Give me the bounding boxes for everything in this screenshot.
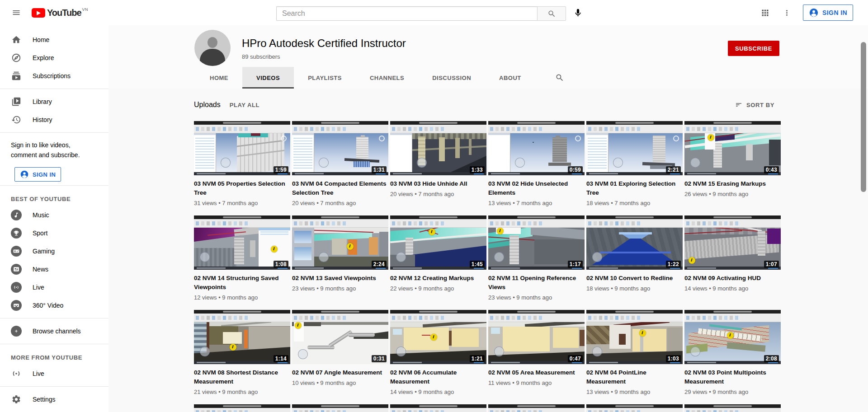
video-card[interactable]: 2:0802 NVM 03 Point Multipoints Measurem…	[684, 310, 781, 404]
video-thumbnail[interactable]: 1:21	[390, 310, 486, 364]
video-thumbnail[interactable]: 1:17	[488, 215, 585, 270]
video-title[interactable]: 02 NVM 10 Convert to Redline	[586, 274, 683, 283]
video-card[interactable]: 0:4302 NVM 15 Erasing Markups26 views • …	[684, 121, 781, 215]
video-thumbnail[interactable]: 1:14	[194, 310, 290, 364]
sidebar-signin-button[interactable]: SIGN IN	[14, 167, 61, 182]
video-card[interactable]: 0:5903 NVM 02 Hide Unselected Elements13…	[488, 121, 585, 215]
video-thumbnail[interactable]: 1:07	[684, 215, 781, 270]
video-card[interactable]: 2:2402 NVM 13 Saved Viewpoints23 views •…	[292, 215, 388, 310]
video-thumbnail[interactable]: 1:08	[194, 215, 290, 270]
video-card-partial[interactable]	[684, 404, 781, 412]
video-title[interactable]: 02 NVM 09 Activating HUD	[684, 274, 781, 283]
video-title[interactable]: 03 NVM 05 Properties Selection Tree	[194, 179, 290, 197]
video-title[interactable]: 02 NVM 05 Area Measurement	[488, 368, 585, 377]
video-title[interactable]: 03 NVM 01 Exploring Selection Tree	[586, 179, 683, 197]
sort-by-button[interactable]: SORT BY	[735, 101, 774, 109]
video-card[interactable]: 2:2103 NVM 01 Exploring Selection Tree18…	[586, 121, 683, 215]
video-card-partial[interactable]	[586, 404, 683, 412]
video-thumbnail[interactable]: 0:47	[488, 310, 585, 364]
video-thumbnail[interactable]: 2:21	[586, 121, 683, 175]
video-title[interactable]: 02 NVM 14 Structuring Saved Viewpoints	[194, 274, 290, 292]
video-title[interactable]: 03 NVM 03 Hide Unhide All	[390, 179, 486, 188]
video-card[interactable]: 0:3102 NVM 07 Angle Measurement10 views …	[292, 310, 388, 404]
sidebar-item-sport[interactable]: Sport	[0, 224, 108, 242]
video-title[interactable]: 02 NVM 08 Shortest Distance Measurement	[194, 368, 290, 386]
video-card-partial[interactable]	[488, 404, 585, 412]
video-thumbnail[interactable]: 1:59	[194, 121, 290, 175]
search-input[interactable]	[276, 6, 537, 21]
video-card-partial[interactable]	[194, 404, 290, 412]
video-thumbnail[interactable]: 1:45	[390, 215, 486, 270]
sidebar-item-home[interactable]: Home	[0, 31, 108, 49]
video-card[interactable]: 1:0302 NVM 04 PointLine Measurement13 vi…	[586, 310, 683, 404]
sidebar-item-live[interactable]: Live	[0, 278, 108, 296]
video-card[interactable]: 1:0802 NVM 14 Structuring Saved Viewpoin…	[194, 215, 290, 310]
video-card[interactable]: 1:5903 NVM 05 Properties Selection Tree3…	[194, 121, 290, 215]
sidebar-item-subscriptions[interactable]: Subscriptions	[0, 67, 108, 85]
video-thumbnail[interactable]	[684, 404, 781, 412]
scrollbar-thumb[interactable]	[861, 42, 866, 192]
tab-channels[interactable]: CHANNELS	[356, 67, 418, 89]
video-card[interactable]: 1:2202 NVM 10 Convert to Redline18 views…	[586, 215, 683, 310]
tab-discussion[interactable]: DISCUSSION	[418, 67, 485, 89]
subscribe-button[interactable]: SUBSCRIBE	[728, 41, 779, 56]
sidebar-item-360-video[interactable]: 360° Video	[0, 296, 108, 314]
channel-search-icon[interactable]	[555, 67, 564, 89]
video-thumbnail[interactable]: 1:03	[586, 310, 683, 364]
signin-button[interactable]: SIGN IN	[803, 5, 853, 21]
video-thumbnail[interactable]: 1:31	[292, 121, 388, 175]
video-thumbnail[interactable]	[488, 404, 585, 412]
sidebar-item-history[interactable]: History	[0, 111, 108, 129]
video-title[interactable]: 02 NVM 07 Angle Measurement	[292, 368, 388, 377]
sidebar-item-browse-channels[interactable]: Browse channels	[0, 322, 108, 340]
video-card[interactable]: 1:3103 NVM 04 Compacted Elements Selecti…	[292, 121, 388, 215]
kebab-icon[interactable]	[778, 4, 796, 22]
video-title[interactable]: 02 NVM 06 Accumulate Measurement	[390, 368, 486, 386]
apps-icon[interactable]	[756, 4, 774, 22]
tab-videos[interactable]: VIDEOS	[242, 67, 294, 89]
video-title[interactable]: 03 NVM 04 Compacted Elements Selection T…	[292, 179, 388, 197]
video-card[interactable]: 1:2102 NVM 06 Accumulate Measurement14 v…	[390, 310, 486, 404]
menu-icon[interactable]	[7, 4, 25, 22]
play-all-button[interactable]: PLAY ALL	[230, 102, 259, 108]
video-thumbnail[interactable]: 1:33	[390, 121, 486, 175]
sidebar-item-news[interactable]: News	[0, 260, 108, 278]
video-title[interactable]: 02 NVM 15 Erasing Markups	[684, 179, 781, 188]
video-title[interactable]: 02 NVM 13 Saved Viewpoints	[292, 274, 388, 283]
video-thumbnail[interactable]: 1:22	[586, 215, 683, 270]
tab-home[interactable]: HOME	[196, 67, 242, 89]
video-card[interactable]: 1:4502 NVM 12 Creating Markups22 views •…	[390, 215, 486, 310]
tab-about[interactable]: ABOUT	[485, 67, 535, 89]
video-thumbnail[interactable]: 0:43	[684, 121, 781, 175]
video-card-partial[interactable]	[390, 404, 486, 412]
video-title[interactable]: 02 NVM 04 PointLine Measurement	[586, 368, 683, 386]
tab-playlists[interactable]: PLAYLISTS	[294, 67, 356, 89]
video-thumbnail[interactable]	[292, 404, 388, 412]
video-title[interactable]: 02 NVM 11 Opening Reference Views	[488, 274, 585, 292]
search-button[interactable]	[537, 6, 566, 21]
video-title[interactable]: 03 NVM 02 Hide Unselected Elements	[488, 179, 585, 197]
sidebar-item-library[interactable]: Library	[0, 93, 108, 111]
video-card[interactable]: 1:3303 NVM 03 Hide Unhide All20 views • …	[390, 121, 486, 215]
video-thumbnail[interactable]: 2:08	[684, 310, 781, 364]
video-thumbnail[interactable]: 0:31	[292, 310, 388, 364]
video-card[interactable]: 1:1402 NVM 08 Shortest Distance Measurem…	[194, 310, 290, 404]
sidebar-item-live[interactable]: Live	[0, 365, 108, 383]
video-thumbnail[interactable]: 2:24	[292, 215, 388, 270]
mic-icon[interactable]	[569, 4, 587, 22]
video-thumbnail[interactable]	[390, 404, 486, 412]
sidebar-item-music[interactable]: Music	[0, 206, 108, 224]
video-card[interactable]: 0:4702 NVM 05 Area Measurement11 views •…	[488, 310, 585, 404]
video-title[interactable]: 02 NVM 12 Creating Markups	[390, 274, 486, 283]
video-title[interactable]: 02 NVM 03 Point Multipoints Measurement	[684, 368, 781, 386]
video-card[interactable]: 1:0702 NVM 09 Activating HUD14 views • 9…	[684, 215, 781, 310]
video-thumbnail[interactable]	[586, 404, 683, 412]
sidebar-item-settings[interactable]: Settings	[0, 390, 108, 408]
sidebar-item-explore[interactable]: Explore	[0, 49, 108, 67]
video-thumbnail[interactable]: 0:59	[488, 121, 585, 175]
youtube-logo[interactable]: YouTube VN	[32, 7, 88, 19]
video-thumbnail[interactable]	[194, 404, 290, 412]
video-card-partial[interactable]	[292, 404, 388, 412]
sidebar-item-gaming[interactable]: Gaming	[0, 242, 108, 260]
video-card[interactable]: 1:1702 NVM 11 Opening Reference Views23 …	[488, 215, 585, 310]
